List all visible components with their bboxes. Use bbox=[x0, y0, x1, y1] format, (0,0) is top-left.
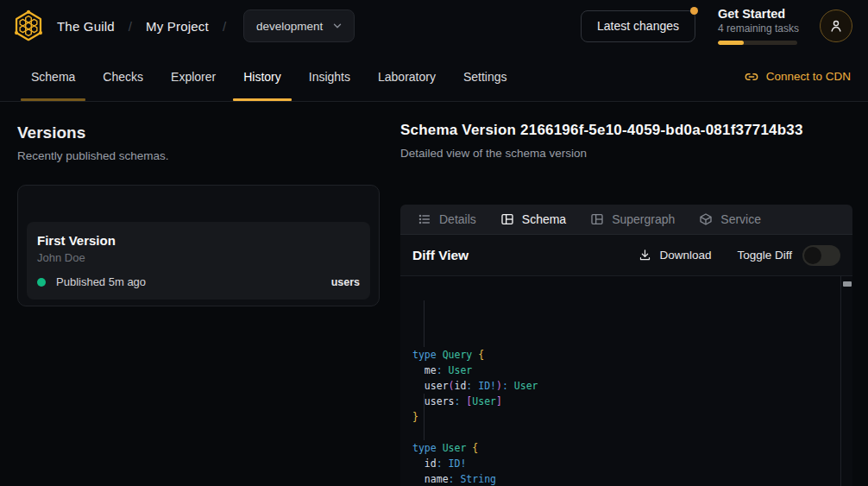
version-name: First Version bbox=[37, 233, 360, 248]
progress-fill bbox=[718, 41, 744, 45]
tab-service[interactable]: Service bbox=[699, 212, 761, 226]
schema-code-viewer: type Query { me: User user(id: ID!): Use… bbox=[400, 276, 852, 486]
code-line: id: ID! bbox=[412, 456, 840, 471]
list-icon bbox=[418, 212, 431, 226]
code-line: user(id: ID!): User bbox=[412, 378, 840, 394]
connect-to-cdn-link[interactable]: Connect to CDN bbox=[745, 52, 851, 101]
get-started-widget[interactable]: Get Started 4 remaining tasks bbox=[718, 7, 797, 45]
download-button[interactable]: Download bbox=[638, 249, 711, 262]
main-nav: Schema Checks Explorer History Insights … bbox=[0, 52, 868, 102]
switch-knob bbox=[804, 247, 821, 264]
code-line: users: [User] bbox=[412, 394, 840, 409]
tab-details[interactable]: Details bbox=[418, 212, 476, 226]
tab-checks[interactable]: Checks bbox=[89, 52, 157, 101]
latest-changes-label: Latest changes bbox=[597, 19, 679, 33]
toggle-diff-switch[interactable] bbox=[802, 245, 840, 266]
breadcrumb-separator: / bbox=[129, 19, 132, 34]
diff-view-header: Diff View Download Toggle Diff bbox=[400, 235, 852, 276]
code-lines: type Query { me: User user(id: ID!): Use… bbox=[412, 347, 840, 486]
tab-explorer[interactable]: Explorer bbox=[157, 52, 230, 101]
latest-changes-button[interactable]: Latest changes bbox=[581, 10, 695, 42]
code-line: type User { bbox=[412, 440, 840, 456]
published-status-icon bbox=[37, 278, 46, 287]
version-detail-title: Schema Version 2166196f-5e10-4059-bd0a-0… bbox=[400, 122, 852, 139]
hive-logo-icon[interactable] bbox=[12, 9, 45, 42]
tab-laboratory[interactable]: Laboratory bbox=[364, 52, 450, 101]
version-status: Published 5m ago bbox=[56, 275, 146, 288]
version-detail-panel: Details Schema Supergraph bbox=[400, 205, 852, 486]
breadcrumb-separator: / bbox=[223, 19, 226, 34]
get-started-subtitle: 4 remaining tasks bbox=[718, 22, 797, 35]
service-badge: users bbox=[331, 276, 360, 288]
user-avatar[interactable] bbox=[820, 9, 852, 42]
indent-guide bbox=[424, 300, 425, 347]
split-panels-icon bbox=[590, 212, 604, 226]
tab-detail-schema[interactable]: Schema bbox=[500, 212, 566, 226]
split-panels-icon bbox=[500, 212, 514, 226]
person-icon bbox=[828, 18, 844, 34]
scrollbar-thumb[interactable] bbox=[843, 281, 852, 287]
version-detail-subtitle: Detailed view of the schema version bbox=[400, 147, 852, 160]
target-dropdown-value: development bbox=[256, 20, 323, 33]
version-detail: Schema Version 2166196f-5e10-4059-bd0a-0… bbox=[400, 122, 852, 486]
version-author: John Doe bbox=[37, 251, 360, 264]
versions-title: Versions bbox=[17, 123, 380, 142]
tab-insights[interactable]: Insights bbox=[295, 52, 364, 101]
download-icon bbox=[638, 249, 651, 262]
detail-tabs: Details Schema Supergraph bbox=[400, 205, 852, 235]
code-line: type Query { bbox=[412, 347, 840, 363]
app-root: The Guild / My Project / development Lat… bbox=[0, 0, 868, 486]
breadcrumb-org[interactable]: The Guild bbox=[57, 19, 115, 34]
get-started-progressbar bbox=[718, 41, 797, 45]
versions-subtitle: Recently published schemas. bbox=[17, 149, 380, 162]
indent-guide bbox=[424, 394, 425, 440]
tab-settings[interactable]: Settings bbox=[450, 52, 521, 101]
chevron-down-icon bbox=[331, 20, 343, 32]
breadcrumb: The Guild / My Project / bbox=[57, 19, 226, 34]
versions-panel: Versions Recently published schemas. Fir… bbox=[17, 123, 380, 306]
app-header: The Guild / My Project / development Lat… bbox=[0, 0, 868, 52]
code-line: me: User bbox=[412, 363, 840, 378]
versions-list: First Version John Doe Published 5m ago … bbox=[17, 185, 380, 306]
target-dropdown[interactable]: development bbox=[243, 9, 355, 42]
code-line: } bbox=[412, 409, 840, 425]
tab-supergraph[interactable]: Supergraph bbox=[590, 212, 675, 226]
code-line: name: String bbox=[412, 471, 840, 486]
main-content: Versions Recently published schemas. Fir… bbox=[0, 103, 868, 486]
toggle-diff-label: Toggle Diff bbox=[737, 249, 792, 262]
version-list-item[interactable]: First Version John Doe Published 5m ago … bbox=[27, 222, 370, 300]
breadcrumb-project[interactable]: My Project bbox=[146, 19, 209, 34]
get-started-title: Get Started bbox=[718, 7, 797, 21]
tab-history[interactable]: History bbox=[230, 52, 295, 101]
code-scrollbar[interactable] bbox=[840, 276, 852, 486]
link-icon bbox=[745, 70, 758, 84]
notification-dot-icon bbox=[690, 7, 698, 15]
tab-schema[interactable]: Schema bbox=[17, 52, 89, 101]
box-icon bbox=[699, 212, 713, 226]
code-line bbox=[412, 425, 840, 440]
diff-view-title: Diff View bbox=[412, 248, 469, 263]
